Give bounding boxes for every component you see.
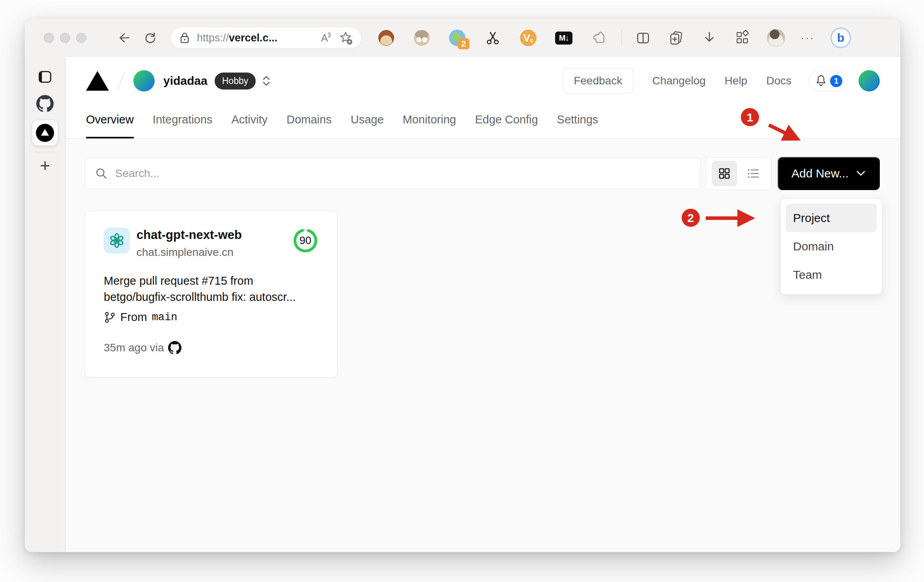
git-branch-icon [104, 311, 116, 324]
tab-edge-config[interactable]: Edge Config [475, 101, 538, 138]
collections-icon[interactable] [668, 29, 685, 47]
toolbar-right-icons: ··· b [634, 28, 851, 48]
github-icon [168, 341, 181, 354]
vercel-page: yidadaa Hobby Feedback Changelog Help Do… [65, 57, 900, 552]
edge-sidebar: + [25, 57, 65, 552]
browser-menu-icon[interactable]: ··· [801, 32, 815, 44]
lock-icon [179, 31, 191, 45]
dropdown-item-domain[interactable]: Domain [786, 232, 877, 261]
add-new-dropdown: Project Domain Team [780, 198, 882, 295]
back-icon [116, 30, 131, 45]
plan-badge: Hobby [215, 73, 256, 90]
tab-overview[interactable]: Overview [86, 101, 134, 138]
notification-count-badge: 1 [830, 75, 842, 87]
dropdown-item-project[interactable]: Project [786, 204, 877, 232]
grid-view-button[interactable] [712, 161, 737, 186]
zoom-window-icon[interactable] [76, 33, 86, 43]
extensions-row: 2 Vc M↓ [378, 29, 608, 47]
reload-icon [143, 30, 158, 45]
vercel-header: yidadaa Hobby Feedback Changelog Help Do… [65, 57, 900, 101]
tab-usage[interactable]: Usage [351, 101, 384, 138]
toolbar-divider [621, 31, 622, 45]
user-avatar[interactable] [859, 70, 880, 91]
tab-monitoring[interactable]: Monitoring [403, 101, 456, 138]
search-box[interactable] [85, 158, 701, 189]
sidebar-divider [34, 152, 56, 152]
favorite-star-icon[interactable] [338, 30, 353, 45]
vercel-tab-bar: Overview Integrations Activity Domains U… [65, 101, 900, 139]
apps-launcher-icon[interactable] [734, 29, 751, 47]
url-bar[interactable]: https://vercel.c... A)) [171, 28, 361, 48]
tab-integrations[interactable]: Integrations [153, 101, 213, 138]
bing-chat-icon[interactable]: b [830, 28, 851, 48]
help-link[interactable]: Help [725, 75, 748, 87]
browser-profile-avatar[interactable] [767, 29, 785, 47]
minimize-window-icon[interactable] [60, 33, 70, 43]
overview-content: Add New... chat-gpt-next-web chat.simple… [65, 139, 900, 552]
docs-link[interactable]: Docs [766, 75, 791, 87]
split-screen-icon[interactable] [634, 29, 652, 47]
vercel-logo-icon[interactable] [86, 71, 109, 91]
add-new-button[interactable]: Add New... [778, 157, 880, 190]
browser-toolbar: https://vercel.c... A)) 2 Vc M↓ [25, 19, 900, 57]
search-icon [95, 167, 108, 180]
reload-button[interactable] [142, 29, 159, 47]
traffic-lights[interactable] [44, 33, 86, 43]
chevron-down-icon [856, 170, 866, 177]
project-card[interactable]: chat-gpt-next-web chat.simplenaive.cn 90… [85, 211, 337, 378]
branch-name: main [152, 312, 178, 323]
openai-logo-icon [104, 228, 130, 254]
tab-settings[interactable]: Settings [557, 101, 599, 138]
deploy-time: 35m ago via [104, 341, 164, 354]
breadcrumb-slash [117, 72, 125, 89]
sidebar-add-icon[interactable]: + [40, 158, 50, 173]
list-view-icon [746, 167, 760, 180]
project-title[interactable]: chat-gpt-next-web [137, 228, 242, 243]
tab-domains[interactable]: Domains [286, 101, 331, 138]
team-name[interactable]: yidadaa [163, 74, 208, 88]
team-avatar[interactable] [133, 70, 155, 91]
score-gauge: 90 [292, 228, 318, 254]
vc-extension-icon[interactable]: Vc [520, 29, 537, 47]
close-window-icon[interactable] [44, 33, 54, 43]
controls-row: Add New... [85, 157, 880, 190]
downloads-icon[interactable] [701, 29, 718, 47]
sidebar-github-icon[interactable] [36, 95, 54, 112]
view-toggle [705, 157, 772, 190]
clipper-extension-icon[interactable] [484, 29, 501, 47]
extensions-puzzle-icon[interactable] [591, 29, 608, 47]
sidebar-toggle-icon[interactable] [36, 68, 54, 86]
badged-extension-icon[interactable]: 2 [449, 29, 466, 47]
tab-activity[interactable]: Activity [231, 101, 267, 138]
team-switcher-icon[interactable] [262, 75, 271, 86]
dropdown-item-team[interactable]: Team [786, 261, 877, 289]
back-button[interactable] [115, 29, 132, 47]
grid-view-icon [718, 167, 731, 180]
sidebar-vercel-app-tile[interactable] [32, 120, 58, 146]
read-aloud-icon[interactable]: A)) [321, 32, 330, 44]
project-domain[interactable]: chat.simplenaive.cn [137, 246, 242, 259]
changelog-link[interactable]: Changelog [652, 75, 705, 87]
notifications-button[interactable]: 1 [809, 71, 847, 91]
feedback-button[interactable]: Feedback [563, 68, 633, 93]
browser-window: https://vercel.c... A)) 2 Vc M↓ [25, 19, 900, 552]
tampermonkey-extension-icon[interactable] [378, 29, 395, 47]
markdown-extension-icon[interactable]: M↓ [555, 29, 572, 47]
commit-message[interactable]: Merge pull request #715 from betgo/bugfi… [104, 273, 318, 305]
vercel-circle-icon [36, 124, 54, 142]
extension-badge: 2 [458, 38, 469, 49]
from-label: From [120, 311, 147, 324]
search-input[interactable] [115, 167, 691, 180]
bell-icon [815, 74, 827, 88]
list-view-button[interactable] [741, 161, 766, 186]
url-text: https://vercel.c... [197, 32, 277, 44]
avatar-extension-icon[interactable] [413, 29, 430, 47]
score-value: 90 [292, 228, 318, 254]
